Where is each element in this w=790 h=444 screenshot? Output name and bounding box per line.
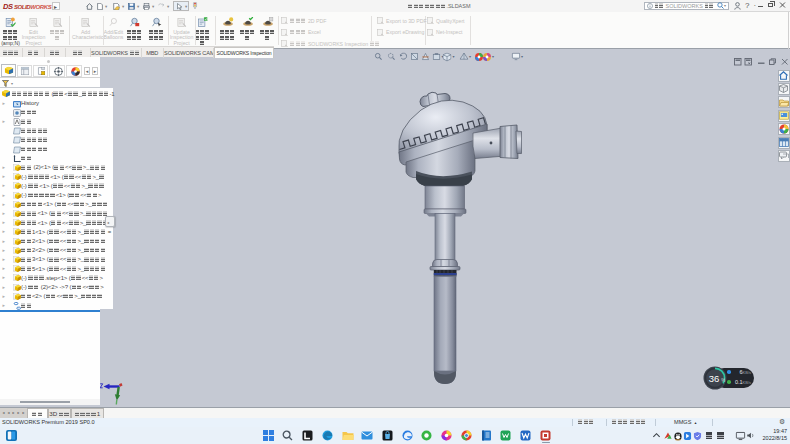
svg-text:%: %	[721, 378, 725, 383]
svg-text:36: 36	[709, 373, 720, 384]
